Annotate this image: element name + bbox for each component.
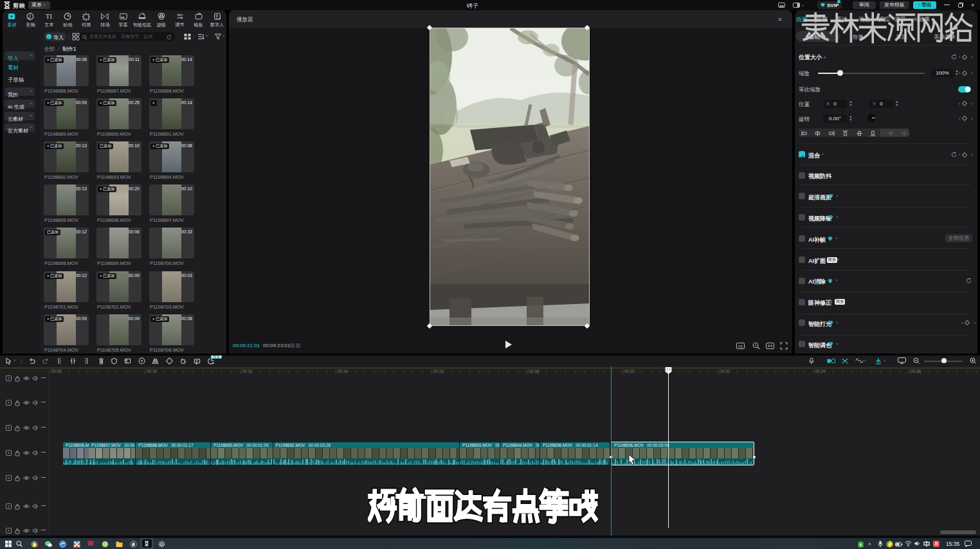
svg-text:HD: HD bbox=[738, 345, 743, 348]
svg-text:TI: TI bbox=[46, 13, 52, 20]
